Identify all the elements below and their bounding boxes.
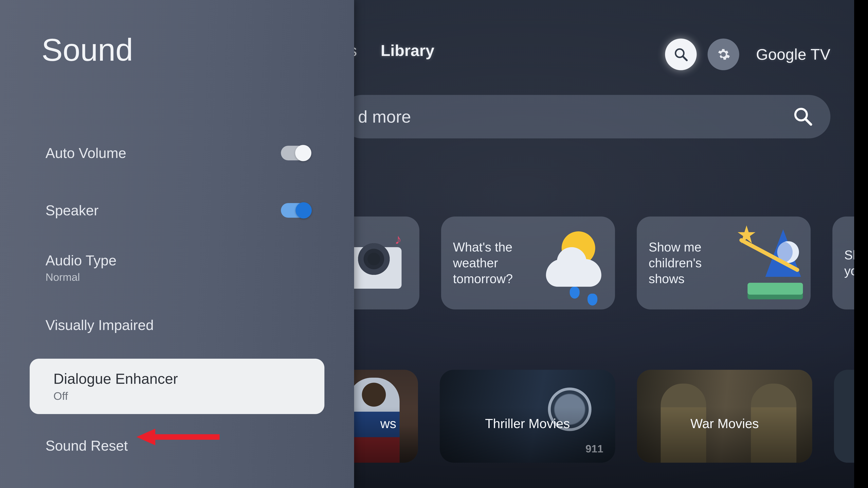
panel-title: Sound (41, 32, 354, 68)
screen-bezel (854, 0, 868, 488)
top-tabs: os Library (340, 41, 434, 60)
row-value: Normal (45, 271, 80, 283)
search-icon (674, 47, 688, 62)
suggestion-card-weather[interactable]: What's the weather tomorrow? (441, 217, 615, 310)
wizard-icon (742, 229, 799, 297)
row-visually-impaired[interactable]: Visually Impaired (0, 305, 354, 345)
row-auto-volume[interactable]: Auto Volume (0, 133, 354, 173)
brand-google: Google (756, 46, 806, 63)
genre-label: Thriller Movies (440, 416, 615, 431)
suggestion-text: What's the weather tomorrow? (453, 239, 538, 287)
row-dialogue-enhancer[interactable]: Dialogue Enhancer Off (30, 359, 324, 414)
row-value: Off (54, 390, 68, 402)
suggestion-text: Show me children's shows (649, 239, 734, 287)
settings-panel-sound: Sound Auto Volume Speaker Audio Type Nor… (0, 0, 354, 488)
toggle-speaker[interactable] (281, 203, 311, 218)
genre-label: War Movies (637, 416, 812, 431)
svg-line-1 (683, 57, 687, 61)
movie-genres-row: ws 911 Thriller Movies War Movies (340, 370, 868, 463)
search-icon (793, 106, 813, 127)
suggestion-card-kids[interactable]: Show me children's shows (637, 217, 811, 310)
gear-icon (716, 47, 731, 62)
genre-card-war[interactable]: War Movies (637, 370, 812, 463)
search-placeholder-fragment: d more (358, 107, 411, 127)
row-label: Speaker (45, 202, 98, 219)
row-label: Audio Type (45, 252, 117, 268)
weather-icon (546, 229, 603, 297)
genre-card-thriller[interactable]: 911 Thriller Movies (440, 370, 615, 463)
brand-label: Google TV (756, 45, 830, 63)
row-audio-type[interactable]: Audio Type Normal (0, 248, 354, 288)
settings-button[interactable] (708, 38, 739, 70)
row-label: Visually Impaired (45, 317, 154, 333)
tab-library[interactable]: Library (381, 41, 434, 60)
brand-tv: TV (806, 46, 830, 63)
row-label: Sound Reset (45, 437, 128, 454)
row-label: Auto Volume (45, 145, 126, 161)
svg-line-3 (806, 119, 811, 125)
tv-screen: os Library Google TV d more (0, 0, 868, 488)
search-button[interactable] (665, 38, 697, 70)
row-label: Dialogue Enhancer (54, 370, 178, 387)
assistant-search-bar[interactable]: d more (340, 95, 830, 138)
toggle-auto-volume[interactable] (281, 146, 311, 160)
row-sound-reset[interactable]: Sound Reset (0, 426, 354, 465)
assistant-suggestions-row: ♪ What's the weather tomorrow? Show me c… (340, 217, 868, 310)
top-actions: Google TV (665, 38, 830, 70)
row-speaker[interactable]: Speaker (0, 191, 354, 230)
